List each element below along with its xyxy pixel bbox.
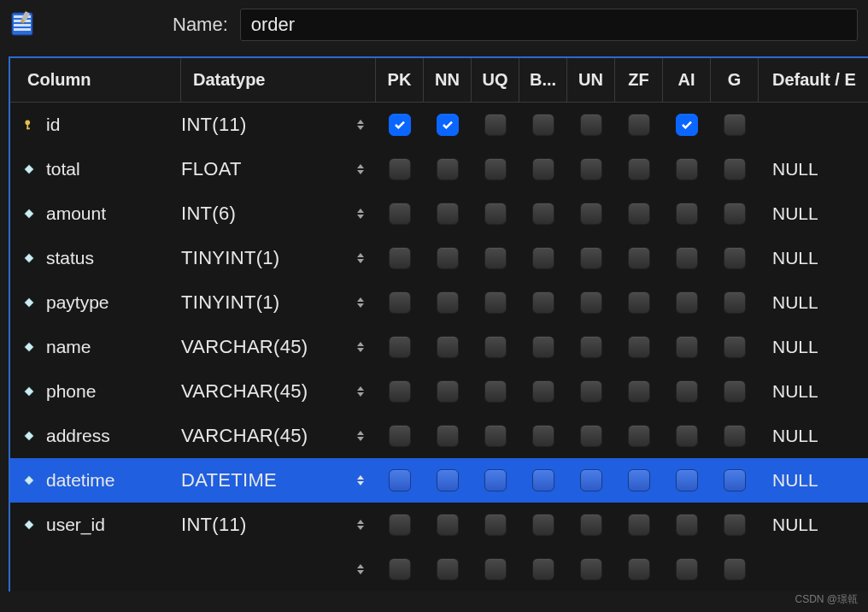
- header-flag-pk[interactable]: PK: [376, 58, 424, 102]
- flag-checkbox[interactable]: [484, 380, 507, 403]
- flag-checkbox[interactable]: [724, 514, 746, 536]
- datatype-value[interactable]: VARCHAR(45): [181, 425, 308, 447]
- flag-checkbox[interactable]: [628, 469, 650, 491]
- flag-checkbox[interactable]: [628, 158, 650, 180]
- flag-checkbox[interactable]: [484, 336, 507, 358]
- header-flag-uq[interactable]: UQ: [472, 58, 519, 102]
- flag-checkbox[interactable]: [580, 158, 602, 180]
- table-row[interactable]: user_idINT(11)NULL: [10, 503, 868, 547]
- flag-checkbox[interactable]: [628, 425, 650, 447]
- column-name[interactable]: paytype: [46, 292, 109, 313]
- flag-checkbox[interactable]: [437, 558, 459, 580]
- flag-checkbox[interactable]: [437, 203, 459, 225]
- table-row[interactable]: datetimeDATETIMENULL: [10, 458, 868, 503]
- flag-checkbox[interactable]: [389, 558, 411, 580]
- flag-checkbox[interactable]: [676, 558, 698, 580]
- default-value[interactable]: NULL: [759, 248, 868, 268]
- flag-checkbox[interactable]: [389, 291, 411, 314]
- flag-checkbox[interactable]: [389, 425, 411, 447]
- default-value[interactable]: NULL: [759, 159, 868, 179]
- header-flag-un[interactable]: UN: [567, 58, 615, 102]
- flag-checkbox[interactable]: [484, 514, 507, 536]
- datatype-value[interactable]: INT(11): [181, 114, 247, 136]
- flag-checkbox[interactable]: [389, 203, 411, 225]
- flag-checkbox[interactable]: [437, 380, 459, 403]
- flag-checkbox[interactable]: [437, 469, 459, 491]
- flag-checkbox[interactable]: [532, 558, 554, 580]
- column-name[interactable]: status: [46, 248, 94, 268]
- flag-checkbox[interactable]: [628, 336, 650, 358]
- flag-checkbox[interactable]: [628, 514, 650, 536]
- datatype-stepper[interactable]: [357, 471, 369, 490]
- column-name[interactable]: amount: [46, 203, 106, 224]
- table-row[interactable]: statusTINYINT(1)NULL: [10, 236, 868, 280]
- flag-checkbox[interactable]: [389, 158, 411, 180]
- datatype-value[interactable]: INT(11): [181, 514, 247, 536]
- flag-checkbox[interactable]: [580, 380, 602, 403]
- flag-checkbox[interactable]: [532, 247, 554, 269]
- header-datatype[interactable]: Datatype: [181, 58, 376, 102]
- datatype-stepper[interactable]: [357, 249, 369, 268]
- default-value[interactable]: NULL: [759, 470, 868, 491]
- datatype-value[interactable]: TINYINT(1): [181, 247, 279, 269]
- default-value[interactable]: NULL: [759, 515, 868, 535]
- default-value[interactable]: NULL: [759, 292, 868, 313]
- header-flag-nn[interactable]: NN: [424, 58, 472, 102]
- flag-checkbox[interactable]: [676, 114, 698, 136]
- datatype-stepper[interactable]: [357, 560, 369, 579]
- flag-checkbox[interactable]: [389, 380, 411, 403]
- datatype-value[interactable]: TINYINT(1): [181, 291, 279, 314]
- header-flag-zf[interactable]: ZF: [615, 58, 663, 102]
- flag-checkbox[interactable]: [676, 247, 698, 269]
- datatype-stepper[interactable]: [357, 204, 369, 223]
- table-row[interactable]: addressVARCHAR(45)NULL: [10, 414, 868, 458]
- flag-checkbox[interactable]: [437, 114, 459, 136]
- flag-checkbox[interactable]: [484, 114, 507, 136]
- header-flag-g[interactable]: G: [711, 58, 759, 102]
- flag-checkbox[interactable]: [580, 114, 602, 136]
- flag-checkbox[interactable]: [724, 380, 746, 403]
- flag-checkbox[interactable]: [676, 336, 698, 358]
- flag-checkbox[interactable]: [580, 425, 602, 447]
- column-name[interactable]: user_id: [46, 515, 105, 535]
- flag-checkbox[interactable]: [580, 336, 602, 358]
- flag-checkbox[interactable]: [724, 158, 746, 180]
- flag-checkbox[interactable]: [628, 291, 650, 314]
- datatype-value[interactable]: VARCHAR(45): [181, 380, 308, 403]
- column-name[interactable]: phone: [46, 381, 96, 402]
- flag-checkbox[interactable]: [676, 380, 698, 403]
- flag-checkbox[interactable]: [724, 336, 746, 358]
- default-value[interactable]: NULL: [759, 426, 868, 446]
- flag-checkbox[interactable]: [389, 336, 411, 358]
- flag-checkbox[interactable]: [580, 558, 602, 580]
- datatype-value[interactable]: DATETIME: [181, 469, 277, 491]
- flag-checkbox[interactable]: [724, 291, 746, 314]
- flag-checkbox[interactable]: [484, 247, 507, 269]
- flag-checkbox[interactable]: [724, 247, 746, 269]
- datatype-value[interactable]: FLOAT: [181, 158, 242, 180]
- flag-checkbox[interactable]: [532, 336, 554, 358]
- datatype-value[interactable]: VARCHAR(45): [181, 336, 308, 358]
- flag-checkbox[interactable]: [437, 158, 459, 180]
- flag-checkbox[interactable]: [389, 114, 411, 136]
- header-column[interactable]: Column: [10, 58, 181, 102]
- datatype-stepper[interactable]: [357, 338, 369, 356]
- table-row[interactable]: amountINT(6)NULL: [10, 191, 868, 236]
- flag-checkbox[interactable]: [724, 558, 746, 580]
- flag-checkbox[interactable]: [724, 469, 746, 491]
- flag-checkbox[interactable]: [532, 114, 554, 136]
- flag-checkbox[interactable]: [484, 425, 507, 447]
- table-name-input[interactable]: [240, 9, 858, 41]
- flag-checkbox[interactable]: [676, 469, 698, 491]
- column-name[interactable]: address: [46, 426, 110, 446]
- flag-checkbox[interactable]: [532, 203, 554, 225]
- flag-checkbox[interactable]: [532, 158, 554, 180]
- flag-checkbox[interactable]: [389, 247, 411, 269]
- column-name[interactable]: total: [46, 159, 80, 179]
- flag-checkbox[interactable]: [532, 380, 554, 403]
- table-row[interactable]: totalFLOATNULL: [10, 147, 868, 191]
- default-value[interactable]: NULL: [759, 337, 868, 357]
- flag-checkbox[interactable]: [484, 203, 507, 225]
- flag-checkbox[interactable]: [389, 514, 411, 536]
- flag-checkbox[interactable]: [580, 514, 602, 536]
